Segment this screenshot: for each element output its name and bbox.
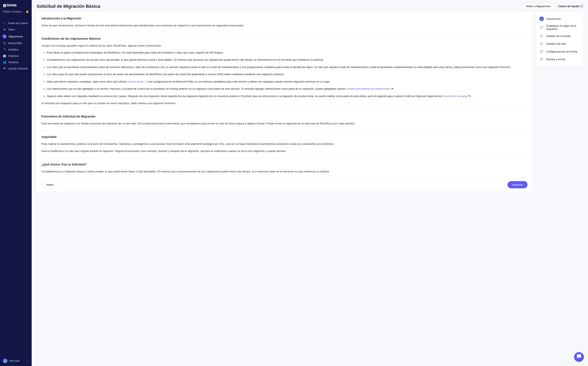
sidebar-item-analytics[interactable]: 〽 Analítica	[0, 46, 32, 53]
sidebar-item-label: Kinsta DNS	[8, 42, 22, 45]
condition-item: Completaremos sus migraciones tan pronto…	[47, 58, 527, 62]
condition-item: Los sitios para los que sólo puede propo…	[47, 72, 527, 76]
analytics-icon: 〽	[3, 48, 6, 51]
section-title: Introducción a la Migración	[41, 16, 527, 20]
sidebar-item-company[interactable]: 🏢 Empresa	[0, 53, 32, 59]
step-label: Introducción	[546, 17, 561, 20]
page-title: Solicitud de Migración Básica	[37, 4, 100, 9]
migration-icon: ↘	[2, 34, 7, 38]
home-icon: ⌂	[3, 22, 6, 25]
step-2[interactable]: 2 Establecer el origen de la migración	[539, 23, 580, 32]
step-number: 3	[539, 34, 544, 38]
step-label: Establecer el origen de la migración	[546, 24, 580, 30]
step-number: 4	[539, 41, 544, 46]
notifications-button[interactable]: 🔔	[26, 10, 29, 13]
step-label: Detalles de la fuente	[546, 35, 571, 38]
content-card: Introducción a la Migración Antes de que…	[37, 12, 532, 191]
condition-item: Sitios que tienen requisitos complejos, …	[47, 79, 527, 84]
sidebar-item-migrations[interactable]: ↘ Migraciones	[0, 33, 32, 40]
section-conditions: Condiciones de las migraciones Básicas A…	[37, 32, 532, 110]
section-title: Seguridad	[41, 135, 527, 138]
sidebar-item-label: Usuarios	[8, 61, 19, 64]
step-6[interactable]: 6 Revisar y enviar	[539, 55, 580, 63]
section-text: Si necesita una migración para un sitio …	[41, 101, 527, 105]
steps-card: 1 Introducción 2 Establecer el origen de…	[536, 12, 583, 66]
step-5[interactable]: 5 Configuraciones de Kinsta	[539, 48, 580, 55]
step-1[interactable]: 1 Introducción	[539, 15, 580, 23]
chevron-down-icon: ⌄	[23, 11, 24, 13]
section-text: Nunca modificamos su sitio web original …	[41, 149, 527, 153]
step-number: 1	[539, 16, 544, 21]
external-link-icon: ↗	[144, 80, 146, 83]
footer-actions: Volver Siguiente	[37, 178, 532, 191]
sidebar-item-label: Empresa	[8, 54, 19, 57]
step-number: 6	[539, 57, 544, 61]
section-text: Completaremos su migración básica lo ant…	[41, 169, 527, 174]
chat-widget-button[interactable]	[574, 352, 584, 362]
section-intro: Introducción a la Migración Antes de que…	[37, 12, 532, 32]
sidebar-item-dashboard[interactable]: ⌂ Panel de Control	[0, 20, 32, 26]
step-number: 2	[539, 25, 544, 30]
condition-item: Algunos sitios deben ser migrados median…	[47, 94, 527, 98]
section-text: Aunque nos encanta ayudarle migrar el má…	[41, 44, 527, 48]
condition-item: Los sitios que se actualizan continuamen…	[47, 65, 527, 69]
sidebar-item-label: Migraciones	[8, 35, 23, 38]
condition-item: Las redirecciones que se han agregado a …	[47, 87, 527, 91]
dns-icon: ⇅	[3, 42, 6, 45]
sites-icon: ≋	[3, 28, 6, 31]
step-label: Revisar y enviar	[546, 58, 565, 61]
users-icon: 👥	[3, 61, 6, 64]
next-button[interactable]: Siguiente	[507, 181, 527, 188]
user-name: John Doe	[9, 359, 19, 362]
sidebar-user[interactable]: John Doe ⌃	[0, 356, 32, 366]
section-text: Este formulario de migración nos facilit…	[41, 121, 527, 126]
section-security: Seguridad Para realizar la transferencia…	[37, 130, 532, 158]
bell-icon: 🔔	[26, 10, 29, 13]
redirects-tool-link[interactable]: nuestra herramienta de redirecciones	[346, 87, 390, 90]
sidebar-item-label: Panel de Control	[8, 22, 28, 25]
logo-icon: ▥	[3, 3, 6, 8]
charge-link[interactable]: incurrirá en un cargo	[443, 95, 467, 98]
sidebar: ▥kinsta Patrik's company ⌄ 🔔 ⌂ Panel de …	[0, 0, 32, 366]
topbar: Solicitud de Migración Básica Volver a M…	[37, 3, 583, 10]
back-to-migrations-button[interactable]: Volver a Migraciones	[522, 3, 555, 10]
sidebar-item-activity[interactable]: 👁 Log de Actividad	[0, 65, 32, 72]
chevron-up-icon: ⌃	[27, 359, 29, 362]
main-content: Solicitud de Migración Básica Volver a M…	[32, 0, 588, 366]
chat-icon	[577, 354, 581, 360]
section-title: ¿Qué Ocurre Tras la Solicitud?	[41, 163, 527, 166]
sidebar-item-dns[interactable]: ⇅ Kinsta DNS	[0, 40, 32, 46]
help-icon: ?	[580, 5, 583, 8]
reverse-proxy-link[interactable]: reverse proxy ↗	[127, 80, 146, 83]
main-nav: ⌂ Panel de Control ≋ Sitios ↘ Migracione…	[0, 20, 32, 72]
section-form: Formulario de Solicitud de Migración Est…	[37, 110, 532, 130]
condition-item: Esta oferta se aplica a instalaciones es…	[47, 50, 527, 55]
section-text: Para realizar la transferencia, pedimos …	[41, 142, 527, 146]
section-title: Formulario de Solicitud de Migración	[41, 114, 527, 118]
step-3[interactable]: 3 Detalles de la fuente	[539, 32, 580, 40]
sidebar-item-users[interactable]: 👥 Usuarios	[0, 59, 32, 65]
step-label: Configuraciones de Kinsta	[546, 50, 577, 53]
help-label: Centro de Ayuda	[558, 5, 579, 8]
section-text: Antes de que comencemos, tómese el tiemp…	[41, 23, 527, 28]
sidebar-item-label: Log de Actividad	[8, 67, 28, 70]
company-switcher[interactable]: Patrik's company ⌄ 🔔	[0, 9, 32, 15]
step-label: Detalles del Sitio	[546, 42, 566, 45]
sidebar-item-sites[interactable]: ≋ Sitios	[0, 26, 32, 33]
back-button[interactable]: Volver	[41, 181, 58, 188]
avatar	[3, 359, 7, 363]
step-4[interactable]: 4 Detalles del Sitio	[539, 40, 580, 48]
help-center-link[interactable]: Centro de Ayuda ?	[558, 5, 583, 8]
company-icon: 🏢	[3, 54, 6, 57]
section-after: ¿Qué Ocurre Tras la Solicitud? Completar…	[37, 158, 532, 178]
company-name: Patrik's company	[3, 10, 22, 13]
brand-logo[interactable]: ▥kinsta	[0, 0, 32, 9]
section-title: Condiciones de las migraciones Básicas	[41, 37, 527, 40]
sidebar-item-label: Analítica	[8, 48, 18, 51]
eye-icon: 👁	[3, 67, 6, 70]
sidebar-item-label: Sitios	[8, 28, 15, 31]
step-number: 5	[539, 49, 544, 54]
